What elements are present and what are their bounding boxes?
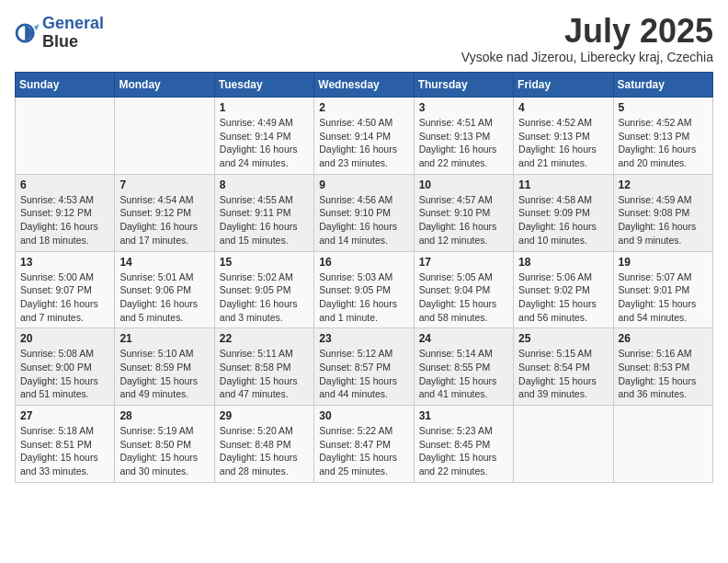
calendar-cell: 12Sunrise: 4:59 AM Sunset: 9:08 PM Dayli… xyxy=(613,174,712,251)
day-number: 14 xyxy=(119,256,209,269)
page-container: General Blue July 2025 Vysoke nad Jizero… xyxy=(15,15,713,483)
calendar-cell: 22Sunrise: 5:11 AM Sunset: 8:58 PM Dayli… xyxy=(214,328,313,406)
calendar: Sunday Monday Tuesday Wednesday Thursday… xyxy=(15,72,713,483)
day-info: Sunrise: 4:52 AM Sunset: 9:13 PM Dayligh… xyxy=(619,116,708,170)
day-number: 8 xyxy=(220,178,309,191)
calendar-week-1: 1Sunrise: 4:49 AM Sunset: 9:14 PM Daylig… xyxy=(16,98,713,175)
calendar-cell: 31Sunrise: 5:23 AM Sunset: 8:45 PM Dayli… xyxy=(414,406,513,483)
day-number: 24 xyxy=(419,332,508,345)
day-info: Sunrise: 4:52 AM Sunset: 9:13 PM Dayligh… xyxy=(518,116,608,170)
col-sunday: Sunday xyxy=(16,73,115,98)
day-info: Sunrise: 5:07 AM Sunset: 9:01 PM Dayligh… xyxy=(619,270,708,325)
calendar-cell: 23Sunrise: 5:12 AM Sunset: 8:57 PM Dayli… xyxy=(314,328,414,406)
day-info: Sunrise: 5:11 AM Sunset: 8:58 PM Dayligh… xyxy=(220,347,309,401)
calendar-cell: 30Sunrise: 5:22 AM Sunset: 8:47 PM Dayli… xyxy=(314,406,414,483)
calendar-cell: 17Sunrise: 5:05 AM Sunset: 9:04 PM Dayli… xyxy=(414,251,513,328)
calendar-header-row: Sunday Monday Tuesday Wednesday Thursday… xyxy=(16,73,713,98)
day-number: 19 xyxy=(619,256,708,269)
day-info: Sunrise: 4:57 AM Sunset: 9:10 PM Dayligh… xyxy=(419,193,508,247)
day-info: Sunrise: 5:22 AM Sunset: 8:47 PM Dayligh… xyxy=(319,424,408,478)
day-number: 4 xyxy=(518,101,608,114)
calendar-cell: 2Sunrise: 4:50 AM Sunset: 9:14 PM Daylig… xyxy=(314,98,414,175)
calendar-cell: 7Sunrise: 4:54 AM Sunset: 9:12 PM Daylig… xyxy=(115,174,214,251)
calendar-cell: 21Sunrise: 5:10 AM Sunset: 8:59 PM Dayli… xyxy=(115,328,214,406)
day-number: 12 xyxy=(619,178,708,191)
day-info: Sunrise: 4:59 AM Sunset: 9:08 PM Dayligh… xyxy=(619,193,708,247)
day-number: 22 xyxy=(220,332,309,345)
calendar-cell: 28Sunrise: 5:19 AM Sunset: 8:50 PM Dayli… xyxy=(115,406,214,483)
logo-icon xyxy=(15,20,40,46)
day-number: 28 xyxy=(119,409,209,422)
calendar-cell: 5Sunrise: 4:52 AM Sunset: 9:13 PM Daylig… xyxy=(613,98,712,175)
logo-line1: General xyxy=(42,14,104,32)
day-number: 15 xyxy=(220,256,309,269)
col-tuesday: Tuesday xyxy=(214,73,313,98)
calendar-cell xyxy=(514,406,613,483)
calendar-cell: 19Sunrise: 5:07 AM Sunset: 9:01 PM Dayli… xyxy=(613,251,712,328)
day-info: Sunrise: 4:56 AM Sunset: 9:10 PM Dayligh… xyxy=(319,193,408,247)
day-number: 7 xyxy=(119,178,209,191)
day-info: Sunrise: 4:51 AM Sunset: 9:13 PM Dayligh… xyxy=(419,116,508,170)
calendar-cell: 9Sunrise: 4:56 AM Sunset: 9:10 PM Daylig… xyxy=(314,174,414,251)
day-info: Sunrise: 5:12 AM Sunset: 8:57 PM Dayligh… xyxy=(319,347,408,401)
day-info: Sunrise: 5:03 AM Sunset: 9:05 PM Dayligh… xyxy=(319,270,408,325)
col-thursday: Thursday xyxy=(414,73,513,98)
day-number: 9 xyxy=(319,178,408,191)
calendar-cell: 1Sunrise: 4:49 AM Sunset: 9:14 PM Daylig… xyxy=(214,98,313,175)
col-wednesday: Wednesday xyxy=(314,73,414,98)
day-info: Sunrise: 5:15 AM Sunset: 8:54 PM Dayligh… xyxy=(518,347,608,401)
day-number: 10 xyxy=(419,178,508,191)
day-number: 29 xyxy=(220,409,309,422)
day-info: Sunrise: 4:50 AM Sunset: 9:14 PM Dayligh… xyxy=(319,116,408,170)
day-info: Sunrise: 4:53 AM Sunset: 9:12 PM Dayligh… xyxy=(20,193,109,247)
calendar-cell xyxy=(115,98,214,175)
day-number: 30 xyxy=(319,409,408,422)
location-title: Vysoke nad Jizerou, Liberecky kraj, Czec… xyxy=(461,50,713,64)
calendar-cell: 27Sunrise: 5:18 AM Sunset: 8:51 PM Dayli… xyxy=(16,406,115,483)
day-number: 31 xyxy=(419,409,508,422)
day-info: Sunrise: 5:16 AM Sunset: 8:53 PM Dayligh… xyxy=(619,347,708,401)
day-number: 2 xyxy=(319,101,408,114)
day-number: 21 xyxy=(119,332,209,345)
calendar-cell: 16Sunrise: 5:03 AM Sunset: 9:05 PM Dayli… xyxy=(314,251,414,328)
day-number: 27 xyxy=(20,409,109,422)
calendar-week-2: 6Sunrise: 4:53 AM Sunset: 9:12 PM Daylig… xyxy=(16,174,713,251)
day-number: 18 xyxy=(518,256,608,269)
month-title: July 2025 xyxy=(461,15,713,48)
calendar-week-5: 27Sunrise: 5:18 AM Sunset: 8:51 PM Dayli… xyxy=(16,406,713,483)
day-number: 16 xyxy=(319,256,408,269)
calendar-cell: 6Sunrise: 4:53 AM Sunset: 9:12 PM Daylig… xyxy=(16,174,115,251)
day-info: Sunrise: 5:01 AM Sunset: 9:06 PM Dayligh… xyxy=(119,270,209,325)
calendar-cell xyxy=(16,98,115,175)
logo: General Blue xyxy=(15,15,104,52)
day-number: 26 xyxy=(619,332,708,345)
calendar-cell xyxy=(613,406,712,483)
logo-line2: Blue xyxy=(42,33,104,52)
col-monday: Monday xyxy=(115,73,214,98)
day-info: Sunrise: 5:10 AM Sunset: 8:59 PM Dayligh… xyxy=(119,347,209,401)
day-info: Sunrise: 5:05 AM Sunset: 9:04 PM Dayligh… xyxy=(419,270,508,325)
day-info: Sunrise: 5:08 AM Sunset: 9:00 PM Dayligh… xyxy=(20,347,109,401)
calendar-cell: 18Sunrise: 5:06 AM Sunset: 9:02 PM Dayli… xyxy=(514,251,613,328)
day-number: 25 xyxy=(518,332,608,345)
day-number: 23 xyxy=(319,332,408,345)
col-saturday: Saturday xyxy=(613,73,712,98)
day-info: Sunrise: 5:06 AM Sunset: 9:02 PM Dayligh… xyxy=(518,270,608,325)
day-info: Sunrise: 4:58 AM Sunset: 9:09 PM Dayligh… xyxy=(518,193,608,247)
day-info: Sunrise: 5:00 AM Sunset: 9:07 PM Dayligh… xyxy=(20,270,109,325)
day-number: 1 xyxy=(220,101,309,114)
title-block: July 2025 Vysoke nad Jizerou, Liberecky … xyxy=(461,15,713,64)
calendar-cell: 11Sunrise: 4:58 AM Sunset: 9:09 PM Dayli… xyxy=(514,174,613,251)
calendar-cell: 26Sunrise: 5:16 AM Sunset: 8:53 PM Dayli… xyxy=(613,328,712,406)
day-info: Sunrise: 5:14 AM Sunset: 8:55 PM Dayligh… xyxy=(419,347,508,401)
day-info: Sunrise: 4:55 AM Sunset: 9:11 PM Dayligh… xyxy=(220,193,309,247)
calendar-week-3: 13Sunrise: 5:00 AM Sunset: 9:07 PM Dayli… xyxy=(16,251,713,328)
calendar-cell: 20Sunrise: 5:08 AM Sunset: 9:00 PM Dayli… xyxy=(16,328,115,406)
col-friday: Friday xyxy=(514,73,613,98)
day-number: 6 xyxy=(20,178,109,191)
day-info: Sunrise: 4:54 AM Sunset: 9:12 PM Dayligh… xyxy=(119,193,209,247)
calendar-week-4: 20Sunrise: 5:08 AM Sunset: 9:00 PM Dayli… xyxy=(16,328,713,406)
calendar-cell: 24Sunrise: 5:14 AM Sunset: 8:55 PM Dayli… xyxy=(414,328,513,406)
day-number: 5 xyxy=(619,101,708,114)
day-info: Sunrise: 5:18 AM Sunset: 8:51 PM Dayligh… xyxy=(20,424,109,478)
